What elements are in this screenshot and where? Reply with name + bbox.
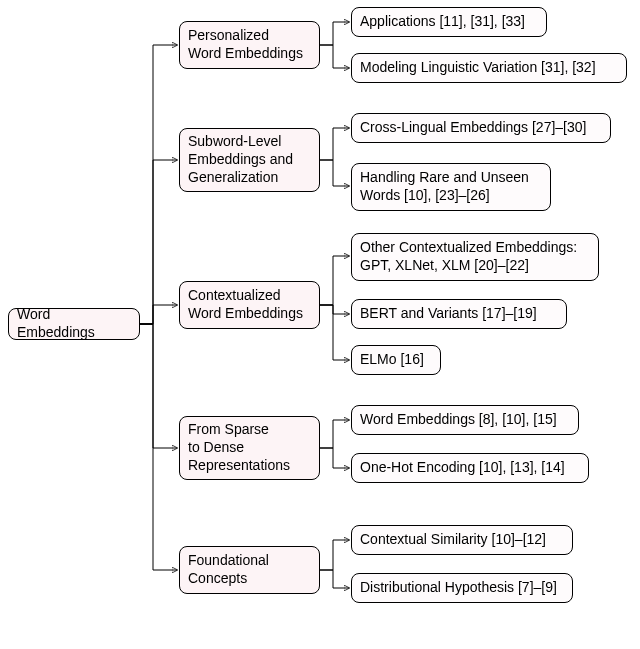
branch-node: Foundational Concepts: [179, 546, 320, 594]
leaf-node: Distributional Hypothesis [7]–[9]: [351, 573, 573, 603]
branch-node: From Sparse to Dense Representations: [179, 416, 320, 480]
leaf-node: Handling Rare and Unseen Words [10], [23…: [351, 163, 551, 211]
leaf-node: ELMo [16]: [351, 345, 441, 375]
branch-node: Contextualized Word Embeddings: [179, 281, 320, 329]
leaf-node: One-Hot Encoding [10], [13], [14]: [351, 453, 589, 483]
leaf-node: Contextual Similarity [10]–[12]: [351, 525, 573, 555]
leaf-node: Word Embeddings [8], [10], [15]: [351, 405, 579, 435]
branch-node: Subword-Level Embeddings and Generalizat…: [179, 128, 320, 192]
leaf-node: Modeling Linguistic Variation [31], [32]: [351, 53, 627, 83]
leaf-node: Cross-Lingual Embeddings [27]–[30]: [351, 113, 611, 143]
diagram-canvas: Word Embeddings Personalized Word Embedd…: [0, 0, 640, 649]
leaf-node: Applications [11], [31], [33]: [351, 7, 547, 37]
leaf-node: BERT and Variants [17]–[19]: [351, 299, 567, 329]
branch-node: Personalized Word Embeddings: [179, 21, 320, 69]
root-node: Word Embeddings: [8, 308, 140, 340]
leaf-node: Other Contextualized Embeddings: GPT, XL…: [351, 233, 599, 281]
